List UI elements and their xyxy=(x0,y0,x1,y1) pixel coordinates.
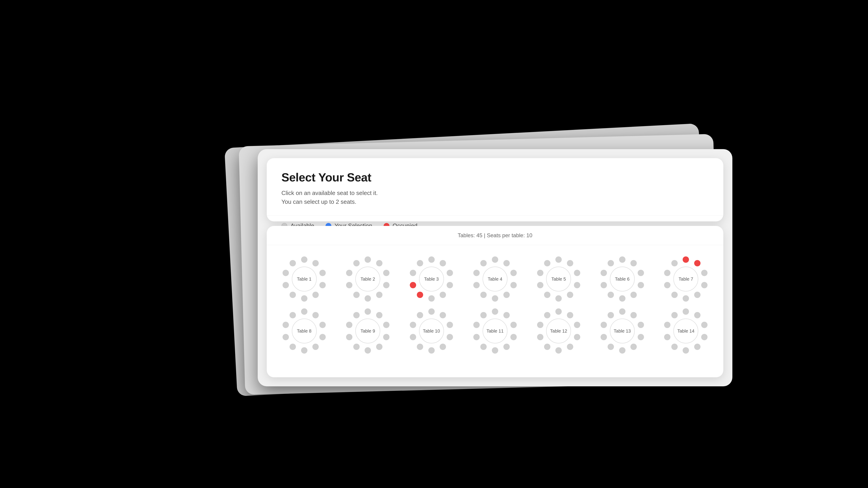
seat-3-0[interactable] xyxy=(428,256,435,263)
seat-12-8[interactable] xyxy=(537,322,544,328)
seat-14-9[interactable] xyxy=(671,312,678,318)
seat-6-0[interactable] xyxy=(619,256,625,263)
seat-2-2[interactable] xyxy=(383,270,390,276)
seat-10-5[interactable] xyxy=(428,347,435,354)
seat-8-3[interactable] xyxy=(319,334,326,340)
seat-10-4[interactable] xyxy=(440,344,446,350)
seat-11-9[interactable] xyxy=(480,312,487,318)
seat-3-6[interactable] xyxy=(417,292,423,298)
seat-11-8[interactable] xyxy=(473,322,480,328)
seat-3-2[interactable] xyxy=(447,270,453,276)
seat-4-3[interactable] xyxy=(510,282,517,288)
table-14[interactable]: Table 14 xyxy=(657,308,714,354)
seat-2-8[interactable] xyxy=(346,270,352,276)
seat-11-5[interactable] xyxy=(492,347,498,354)
seat-8-9[interactable] xyxy=(289,312,296,318)
seat-2-7[interactable] xyxy=(346,282,352,288)
seat-7-2[interactable] xyxy=(701,270,708,276)
seat-4-7[interactable] xyxy=(473,282,480,288)
seat-3-5[interactable] xyxy=(428,295,435,302)
seat-11-2[interactable] xyxy=(510,322,517,328)
seat-8-2[interactable] xyxy=(319,322,326,328)
seat-9-6[interactable] xyxy=(353,344,360,350)
seat-7-9[interactable] xyxy=(671,260,678,266)
seat-12-1[interactable] xyxy=(567,312,573,318)
table-13[interactable]: Table 13 xyxy=(594,308,651,354)
seat-14-3[interactable] xyxy=(701,334,708,340)
table-2[interactable]: Table 2 xyxy=(339,256,396,302)
seat-13-2[interactable] xyxy=(638,322,644,328)
seat-13-8[interactable] xyxy=(600,322,607,328)
seat-13-4[interactable] xyxy=(630,344,637,350)
seat-10-7[interactable] xyxy=(410,334,416,340)
seat-14-1[interactable] xyxy=(694,312,701,318)
seat-11-0[interactable] xyxy=(492,308,498,315)
seat-9-8[interactable] xyxy=(346,322,352,328)
seat-1-4[interactable] xyxy=(312,292,319,298)
seat-12-9[interactable] xyxy=(544,312,550,318)
seat-4-8[interactable] xyxy=(473,270,480,276)
seat-12-2[interactable] xyxy=(574,322,580,328)
seat-12-3[interactable] xyxy=(574,334,580,340)
seat-12-5[interactable] xyxy=(555,347,562,354)
seat-12-4[interactable] xyxy=(567,344,573,350)
seat-4-9[interactable] xyxy=(480,260,487,266)
seat-6-4[interactable] xyxy=(630,292,637,298)
seat-7-8[interactable] xyxy=(664,270,671,276)
seat-7-3[interactable] xyxy=(701,282,708,288)
table-6[interactable]: Table 6 xyxy=(594,256,651,302)
seat-10-1[interactable] xyxy=(440,312,446,318)
table-8[interactable]: Table 8 xyxy=(276,308,333,354)
table-11[interactable]: Table 11 xyxy=(467,308,523,354)
seat-5-1[interactable] xyxy=(567,260,573,266)
seat-6-7[interactable] xyxy=(600,282,607,288)
seat-8-8[interactable] xyxy=(283,322,289,328)
seat-9-4[interactable] xyxy=(376,344,382,350)
seat-10-3[interactable] xyxy=(447,334,453,340)
seat-14-7[interactable] xyxy=(664,334,671,340)
seat-5-8[interactable] xyxy=(537,270,544,276)
seat-5-5[interactable] xyxy=(555,295,562,302)
seat-3-7[interactable] xyxy=(410,282,416,288)
seat-2-5[interactable] xyxy=(365,295,371,302)
seat-9-9[interactable] xyxy=(353,312,360,318)
seat-6-9[interactable] xyxy=(608,260,614,266)
seat-4-1[interactable] xyxy=(503,260,510,266)
seat-2-0[interactable] xyxy=(365,256,371,263)
seat-14-6[interactable] xyxy=(671,344,678,350)
seat-8-7[interactable] xyxy=(283,334,289,340)
table-7[interactable]: Table 7 xyxy=(657,256,714,302)
seat-7-7[interactable] xyxy=(664,282,671,288)
seat-2-3[interactable] xyxy=(383,282,390,288)
seat-5-4[interactable] xyxy=(567,292,573,298)
seat-13-3[interactable] xyxy=(638,334,644,340)
seat-1-1[interactable] xyxy=(312,260,319,266)
seat-5-3[interactable] xyxy=(574,282,580,288)
seat-6-8[interactable] xyxy=(600,270,607,276)
seat-3-1[interactable] xyxy=(440,260,446,266)
table-5[interactable]: Table 5 xyxy=(530,256,587,302)
seat-3-3[interactable] xyxy=(447,282,453,288)
table-12[interactable]: Table 12 xyxy=(530,308,587,354)
table-4[interactable]: Table 4 xyxy=(467,256,523,302)
seat-10-0[interactable] xyxy=(428,308,435,315)
seat-5-7[interactable] xyxy=(537,282,544,288)
seat-1-0[interactable] xyxy=(301,256,307,263)
seat-7-5[interactable] xyxy=(683,295,689,302)
seat-4-5[interactable] xyxy=(492,295,498,302)
seat-7-0[interactable] xyxy=(683,256,689,263)
seat-12-7[interactable] xyxy=(537,334,544,340)
seat-5-6[interactable] xyxy=(544,292,550,298)
seat-14-2[interactable] xyxy=(701,322,708,328)
seat-9-0[interactable] xyxy=(365,308,371,315)
seat-12-0[interactable] xyxy=(555,308,562,315)
seat-6-1[interactable] xyxy=(630,260,637,266)
seat-8-6[interactable] xyxy=(289,344,296,350)
table-3[interactable]: Table 3 xyxy=(403,256,460,302)
seat-9-1[interactable] xyxy=(376,312,382,318)
seat-5-0[interactable] xyxy=(555,256,562,263)
seat-1-5[interactable] xyxy=(301,295,307,302)
seat-9-7[interactable] xyxy=(346,334,352,340)
seat-8-0[interactable] xyxy=(301,308,307,315)
seat-6-2[interactable] xyxy=(638,270,644,276)
